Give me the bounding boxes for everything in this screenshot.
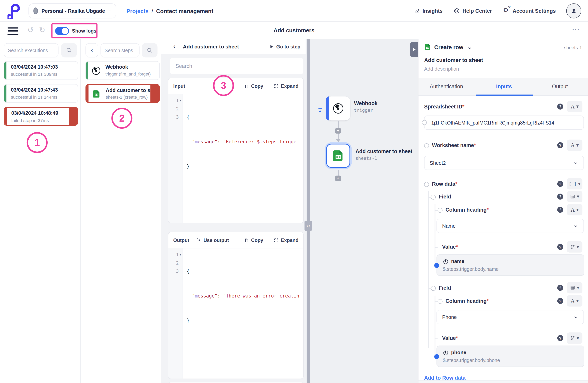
search-steps-input[interactable] [101,43,140,57]
value-controls: ? ▼ [557,241,582,252]
type-selector-array[interactable]: [ ]▼ [567,178,582,189]
breadcrumb-separator: / [151,8,153,14]
search-button[interactable] [61,43,77,57]
action-selector-label[interactable]: Create row [434,44,463,50]
column-heading-label: Column heading* [445,298,489,304]
help-icon[interactable]: ? [557,335,563,341]
step-item-webhook[interactable]: Webhook trigger (fire_and_forget) [85,61,160,80]
expand-input-button[interactable]: Expand [274,83,298,89]
help-icon[interactable]: ? [557,104,563,110]
tab-authentication[interactable]: Authentication [430,83,463,90]
prop-radio-icon[interactable] [438,299,442,304]
help-icon[interactable]: ? [557,207,563,213]
tab-inputs-active[interactable]: Inputs [496,83,512,90]
app: Personal - Rasika Ubgade Projects / Cont… [0,0,588,383]
type-selector-string[interactable]: A▼ [567,140,582,151]
branch-icon [570,336,575,340]
value-pill-name[interactable]: name $.steps.trigger.body.name [437,254,584,276]
add-step-button[interactable]: + [335,128,341,134]
failed-indicator [86,85,88,102]
expand-output-button[interactable]: Expand [274,237,298,243]
help-icon[interactable]: ? [557,194,563,200]
workspace-name: Personal - Rasika Ubgade [41,8,105,14]
inspector-tabs: Authentication Inputs Output [419,78,588,96]
branch-icon [570,244,575,249]
type-selector-expression[interactable]: ▼ [567,241,582,252]
help-icon[interactable]: ? [557,285,563,291]
table-icon [570,285,575,291]
column-heading-select[interactable]: Name [437,219,584,233]
fold-caret-icon[interactable]: ▼ [180,253,181,256]
column-heading-label: Column heading* [445,207,489,213]
collapse-inspector-button[interactable] [410,42,418,57]
help-icon[interactable]: ? [557,298,563,304]
search-executions-input[interactable] [4,43,58,57]
type-selector-string[interactable]: A▼ [567,101,582,112]
step-description-placeholder[interactable]: Add description [424,66,459,72]
help-center-nav-item[interactable]: Help Center [454,8,492,14]
output-json-code[interactable]: { "message": "There was an error creatin… [184,248,303,379]
chevron-down-icon [573,315,578,319]
prop-radio-icon[interactable] [422,120,427,125]
expand-icon [274,84,279,89]
back-chevron-icon[interactable]: ‹ [173,43,175,50]
worksheet-select[interactable]: Sheet2 [424,156,584,170]
prop-radio-icon[interactable] [431,286,436,291]
more-options-button[interactable]: ··· [572,26,580,33]
pipedream-logo-icon[interactable] [7,3,22,19]
add-step-button[interactable]: + [335,176,341,181]
user-avatar[interactable] [566,3,581,19]
prop-radio-icon[interactable] [424,143,429,148]
tree-line [428,191,428,348]
type-selector-string[interactable]: A▼ [567,204,582,215]
spreadsheet-id-input[interactable]: 1j1FOkOthAEMfK_pafMC1RmlRCjmqmg85rLgRfz4… [424,115,584,130]
execution-item-failed-selected[interactable]: 03/04/2024 10:48:49 failed step in 37ms [4,107,78,126]
sheets-action-node[interactable] [326,144,350,168]
workflow-canvas[interactable]: Webhook trigger + Add customer to sheet … [306,39,418,383]
type-selector-expression[interactable]: ▼ [567,332,582,344]
breadcrumb-projects-link[interactable]: Projects [126,8,148,14]
step-name[interactable]: Add customer to sheet [424,57,483,63]
help-icon[interactable]: ? [557,181,563,187]
prop-radio-icon[interactable] [431,195,436,200]
value-pill-phone[interactable]: phone $.steps.trigger.body.phone [437,346,584,367]
help-icon[interactable]: ? [557,142,563,148]
account-settings-nav-item[interactable]: ⚙ ⚙ Account Settings [503,7,556,14]
execution-item[interactable]: 03/04/2024 10:47:03 successful in 1s 389… [4,61,78,80]
search-button[interactable] [142,43,157,57]
step-item-sheets-selected[interactable]: Add customer to s... sheets-1 (create_ro… [85,84,160,103]
type-selector-string[interactable]: A▼ [567,295,582,307]
line-number-gutter: 1▼ 2▼ 3▼ [168,94,183,223]
expand-icon [274,238,279,243]
detail-search-input[interactable] [170,58,303,74]
input-label: Input [173,83,185,89]
add-to-row-data-link[interactable]: Add to Row data [424,375,465,381]
scroll-to-top-icon[interactable] [317,108,323,113]
insights-nav-item[interactable]: Insights [414,8,443,14]
fold-caret-icon[interactable]: ▼ [180,99,181,102]
tab-output[interactable]: Output [552,83,567,90]
execution-item[interactable]: 03/04/2024 10:47:43 successful in 1s 144… [4,84,78,103]
chevron-down-icon[interactable] [467,46,472,51]
field-controls: ? ▼ [557,191,582,202]
webhook-trigger-node[interactable] [326,96,350,120]
sheets-node-title: Add customer to sheet [356,148,412,154]
workspace-switcher[interactable]: Personal - Rasika Ubgade [28,3,116,19]
go-to-step-button[interactable]: Go to step [269,44,300,49]
copy-output-button[interactable]: Copy [244,237,263,243]
copy-input-button[interactable]: Copy [244,83,263,89]
type-selector-object[interactable]: ▼ [567,282,582,293]
executions-panel: 03/04/2024 10:47:03 successful in 1s 389… [0,39,81,383]
use-output-button[interactable]: Use output [196,237,229,243]
panel-resize-handle[interactable]: ↔ [305,221,312,231]
column-heading-select[interactable]: Phone [437,310,584,324]
help-icon[interactable]: ? [557,244,563,250]
collapse-steps-button[interactable]: ‹ [85,43,98,57]
top-header: Personal - Rasika Ubgade Projects / Cont… [0,0,588,22]
input-json-code[interactable]: { "message": "Reference: $.steps.trigge … [184,94,303,223]
panel-divider[interactable] [307,39,310,383]
type-selector-object[interactable]: ▼ [567,191,582,202]
panel-footer-strip [419,381,588,383]
prop-radio-icon[interactable] [438,208,442,213]
prop-radio-icon[interactable] [424,182,429,187]
